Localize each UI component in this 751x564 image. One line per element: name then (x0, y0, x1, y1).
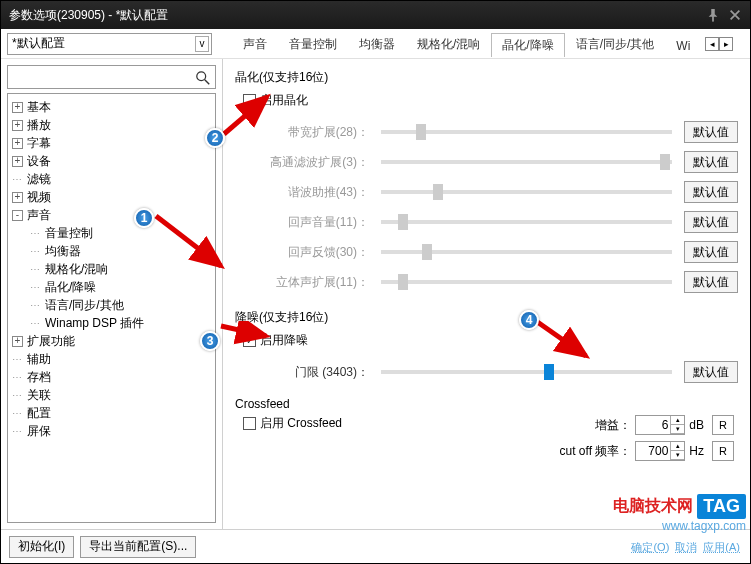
cutoff-spinner[interactable]: ▴▾ (635, 441, 685, 461)
tree-leaf-icon: ⋯ (12, 408, 23, 419)
slider-label: 立体声扩展(11)： (235, 274, 375, 291)
tab-volume[interactable]: 音量控制 (278, 32, 348, 56)
search-icon[interactable] (193, 68, 211, 86)
tab-scroll-left[interactable]: ◂ (705, 37, 719, 51)
expand-icon[interactable]: + (12, 336, 23, 347)
titlebar: 参数选项(230905) - *默认配置 (1, 1, 750, 29)
tree-item[interactable]: ⋯均衡器 (10, 242, 213, 260)
default-button[interactable]: 默认值 (684, 181, 738, 203)
tree-item[interactable]: ⋯晶化/降噪 (10, 278, 213, 296)
gain-down[interactable]: ▾ (671, 425, 684, 434)
tree-item[interactable]: ⋯Winamp DSP 插件 (10, 314, 213, 332)
cutoff-unit: Hz (689, 444, 704, 458)
tree-item-label: 晶化/降噪 (45, 279, 96, 296)
chevron-down-icon[interactable]: v (195, 36, 209, 52)
tree-item-label: 扩展功能 (27, 333, 75, 350)
gain-up[interactable]: ▴ (671, 416, 684, 425)
default-button[interactable]: 默认值 (684, 151, 738, 173)
enable-denoise-checkbox[interactable]: ✓ (243, 334, 256, 347)
gain-unit: dB (689, 418, 704, 432)
expand-icon[interactable]: + (12, 120, 23, 131)
tree-item[interactable]: ⋯辅助 (10, 350, 213, 368)
pin-icon[interactable] (706, 8, 720, 22)
close-icon[interactable] (728, 8, 742, 22)
enable-crossfeed-label: 启用 Crossfeed (260, 415, 342, 432)
apply-link[interactable]: 应用(A) (703, 540, 740, 555)
threshold-label: 门限 (3403)： (235, 364, 375, 381)
crossfeed-header: Crossfeed (235, 397, 738, 411)
collapse-icon[interactable]: - (12, 210, 23, 221)
tree-item-label: 语言/同步/其他 (45, 297, 124, 314)
tab-crystal-denoise[interactable]: 晶化/降噪 (491, 33, 564, 57)
tree-item-label: 规格化/混响 (45, 261, 108, 278)
cancel-link[interactable]: 取消 (675, 540, 697, 555)
gain-reset-button[interactable]: R (712, 415, 734, 435)
tree-item[interactable]: ⋯滤镜 (10, 170, 213, 188)
tree-item-label: 字幕 (27, 135, 51, 152)
expand-icon[interactable]: + (12, 156, 23, 167)
default-button[interactable]: 默认值 (684, 121, 738, 143)
tab-lang-sync[interactable]: 语言/同步/其他 (565, 32, 666, 56)
search-box[interactable] (7, 65, 216, 89)
preset-dropdown[interactable]: *默认配置 v (7, 33, 212, 55)
slider[interactable] (381, 190, 672, 194)
tree-item-label: 存档 (27, 369, 51, 386)
tree-item[interactable]: ⋯屏保 (10, 422, 213, 440)
tree-item[interactable]: +播放 (10, 116, 213, 134)
default-button[interactable]: 默认值 (684, 271, 738, 293)
slider[interactable] (381, 220, 672, 224)
tree-item[interactable]: -声音 (10, 206, 213, 224)
threshold-default-button[interactable]: 默认值 (684, 361, 738, 383)
tree-item[interactable]: ⋯音量控制 (10, 224, 213, 242)
cutoff-input[interactable] (636, 444, 670, 458)
threshold-slider[interactable] (381, 370, 672, 374)
tree-item[interactable]: +字幕 (10, 134, 213, 152)
tab-sound[interactable]: 声音 (232, 32, 278, 56)
expand-icon[interactable]: + (12, 102, 23, 113)
tree-item[interactable]: ⋯存档 (10, 368, 213, 386)
slider-label: 回声音量(11)： (235, 214, 375, 231)
tree-item[interactable]: ⋯规格化/混响 (10, 260, 213, 278)
export-config-button[interactable]: 导出当前配置(S)... (80, 536, 196, 558)
tab-more[interactable]: Wi (665, 35, 701, 56)
expand-icon[interactable]: + (12, 192, 23, 203)
tree-item[interactable]: +扩展功能 (10, 332, 213, 350)
tree-item[interactable]: ⋯配置 (10, 404, 213, 422)
tree-item[interactable]: ⋯关联 (10, 386, 213, 404)
tree-item[interactable]: +基本 (10, 98, 213, 116)
tab-normalize[interactable]: 规格化/混响 (406, 32, 491, 56)
tree-leaf-icon: ⋯ (30, 318, 41, 329)
window-title: 参数选项(230905) - *默认配置 (9, 7, 168, 24)
tree-item-label: 视频 (27, 189, 51, 206)
search-input[interactable] (12, 70, 193, 84)
slider[interactable] (381, 160, 672, 164)
slider[interactable] (381, 280, 672, 284)
svg-line-1 (205, 80, 209, 84)
tab-eq[interactable]: 均衡器 (348, 32, 406, 56)
category-tree[interactable]: +基本+播放+字幕+设备⋯滤镜+视频-声音⋯音量控制⋯均衡器⋯规格化/混响⋯晶化… (7, 93, 216, 523)
enable-crystal-checkbox[interactable] (243, 94, 256, 107)
enable-crystal-label: 启用晶化 (260, 92, 308, 109)
cutoff-down[interactable]: ▾ (671, 451, 684, 460)
enable-crossfeed-checkbox[interactable] (243, 417, 256, 430)
tree-leaf-icon: ⋯ (30, 264, 41, 275)
tree-item[interactable]: +设备 (10, 152, 213, 170)
tree-item-label: 辅助 (27, 351, 51, 368)
default-button[interactable]: 默认值 (684, 211, 738, 233)
expand-icon[interactable]: + (12, 138, 23, 149)
default-button[interactable]: 默认值 (684, 241, 738, 263)
ok-link[interactable]: 确定(O) (631, 540, 669, 555)
gain-spinner[interactable]: ▴▾ (635, 415, 685, 435)
tab-scroll-right[interactable]: ▸ (719, 37, 733, 51)
init-button[interactable]: 初始化(I) (9, 536, 74, 558)
tree-item[interactable]: +视频 (10, 188, 213, 206)
cutoff-up[interactable]: ▴ (671, 442, 684, 451)
tree-item[interactable]: ⋯语言/同步/其他 (10, 296, 213, 314)
slider[interactable] (381, 250, 672, 254)
tree-item-label: 音量控制 (45, 225, 93, 242)
cutoff-reset-button[interactable]: R (712, 441, 734, 461)
slider-label: 高通滤波扩展(3)： (235, 154, 375, 171)
preset-value: *默认配置 (12, 35, 65, 52)
gain-input[interactable] (636, 418, 670, 432)
slider[interactable] (381, 130, 672, 134)
